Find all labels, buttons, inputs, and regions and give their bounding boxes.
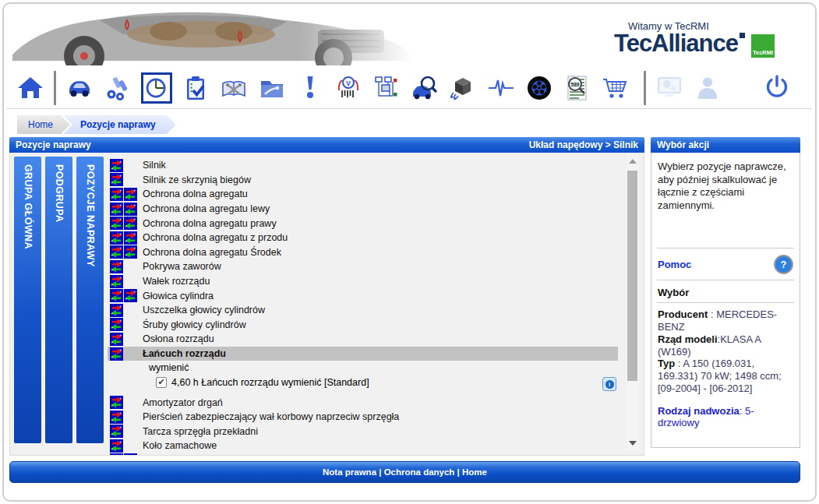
list-item[interactable]: ++++Ochrona dolna agregatu z przodu xyxy=(108,231,618,245)
home-icon[interactable] xyxy=(16,72,45,104)
diagnostics-signal-icon[interactable] xyxy=(486,72,516,104)
engine-pistons-icon[interactable] xyxy=(103,72,132,104)
scrollbar-up-icon[interactable] xyxy=(629,159,637,164)
selection-title: Wybór xyxy=(658,287,793,298)
item-label: Głowica cylindra xyxy=(143,291,214,301)
svg-text:+: + xyxy=(125,253,127,257)
breadcrumb-item-current[interactable]: Pozycje naprawy xyxy=(63,115,176,134)
tyres-wheels-icon[interactable] xyxy=(524,72,554,104)
list-item[interactable]: ++Pierścień zabezpieczający wał korbowy … xyxy=(108,410,618,425)
list-item[interactable]: ++++Miska olejowa xyxy=(108,453,618,456)
brand-trademark-dot xyxy=(740,33,745,38)
list-item[interactable]: ++Koło zamachowe xyxy=(108,439,618,453)
list-item[interactable]: ++Amortyzator drgań xyxy=(108,395,618,410)
item-label: Śruby głowicy cylindrów xyxy=(143,319,246,330)
relay-components-icon[interactable] xyxy=(448,72,478,104)
item-label: Pokrywa zaworów xyxy=(143,261,221,272)
list-item[interactable]: ++++Ochrona dolna agregatu Środek xyxy=(108,245,618,260)
replace-icon: ++ xyxy=(124,289,137,302)
svg-text:+: + xyxy=(119,160,122,164)
svg-text:+: + xyxy=(111,326,113,330)
list-item[interactable]: ++Śruby głowicy cylindrów xyxy=(108,318,618,333)
list-item[interactable]: ++Osłona rozrządu xyxy=(108,332,618,347)
list-item[interactable]: ++Wałek rozrządu xyxy=(108,274,618,289)
item-icons: ++++ xyxy=(108,245,143,259)
help-question-icon[interactable]: ? xyxy=(774,255,793,274)
item-label: Ochrona dolna agregatu xyxy=(143,189,248,199)
replace-icon: ++ xyxy=(110,275,123,288)
list-item[interactable]: ++++Ochrona dolna agregatu lewy xyxy=(108,202,618,217)
brand-wordmark: TecAlliance xyxy=(614,31,738,56)
vehicle-field: Rząd modeli:KLASA A (W169) xyxy=(658,333,793,358)
item-label: Ochrona dolna agregatu Środek xyxy=(143,247,281,258)
replace-icon: ++ xyxy=(124,188,137,201)
parts-list-search-icon[interactable]: 589 xyxy=(563,72,592,104)
replace-icon: ++ xyxy=(110,396,123,409)
list-item[interactable]: ++Uszczelka głowicy cylindrów xyxy=(108,303,618,318)
breadcrumb-item-home[interactable]: Home xyxy=(17,115,70,134)
svg-text:+: + xyxy=(119,218,122,222)
scrollbar-down-icon[interactable] xyxy=(629,441,637,446)
list-item[interactable]: ++Łańcuch rozrządu xyxy=(108,347,618,361)
electrics-voltmeter-icon[interactable]: V xyxy=(334,72,363,104)
labor-time-checkbox[interactable]: ✔ xyxy=(156,377,167,388)
help-link[interactable]: Pomoc xyxy=(658,259,691,270)
tab-pozycje-naprawy[interactable]: POZYCJE NAPRAWY xyxy=(76,157,104,443)
shopping-cart-icon[interactable] xyxy=(601,72,630,104)
detail-group-label: wymienić xyxy=(149,362,618,375)
list-item[interactable]: ++Silnik ze skrzynią biegów xyxy=(108,173,618,188)
logout-power-icon[interactable] xyxy=(762,72,792,104)
svg-text:+: + xyxy=(119,261,122,265)
svg-text:+: + xyxy=(125,196,127,199)
list-item[interactable]: ++++Ochrona dolna agregatu xyxy=(108,187,618,202)
svg-text:+: + xyxy=(111,311,113,315)
vehicle-select-icon[interactable] xyxy=(65,72,94,104)
action-panel-title: Wybór akcji xyxy=(657,139,709,150)
svg-text:+: + xyxy=(119,247,122,251)
svg-text:+: + xyxy=(111,238,113,242)
replace-icon: ++ xyxy=(110,245,123,259)
app-window: Witamy w TecRMI TecAlliance TecRMI xyxy=(0,0,819,504)
footer-links[interactable]: Nota prawna | Ochrona danych | Home xyxy=(323,467,487,477)
list-item[interactable]: ++++Ochrona dolna agregatu prawy xyxy=(108,216,618,231)
svg-text:+: + xyxy=(133,455,136,456)
tab-grupa-glowna[interactable]: GRUPA GŁÓWNA xyxy=(14,157,41,443)
system-settings-icon[interactable] xyxy=(655,72,684,104)
body-type-row: Rodzaj nadwozia: 5-drzwiowy xyxy=(658,405,793,428)
replace-icon: ++ xyxy=(124,203,137,216)
user-account-icon[interactable] xyxy=(693,72,722,104)
list-item[interactable]: ++Tarcza sprzęgła przekładni xyxy=(108,425,618,439)
scrollbar-thumb[interactable] xyxy=(627,171,637,381)
info-icon[interactable]: i xyxy=(602,377,616,391)
item-label: Ochrona dolna agregatu z przodu xyxy=(143,232,288,243)
item-label: Miska olejowa xyxy=(143,455,204,456)
svg-text:+: + xyxy=(119,276,122,280)
item-icons: ++++ xyxy=(108,188,143,201)
tab-podgrupa[interactable]: PODGRUPA xyxy=(45,157,72,443)
inspection-checklist-icon[interactable] xyxy=(181,72,210,104)
labor-times-icon[interactable] xyxy=(141,72,172,104)
list-item[interactable]: ++Pokrywa zaworów xyxy=(108,259,618,274)
wiring-diagrams-icon[interactable] xyxy=(372,72,401,104)
repair-manuals-icon[interactable] xyxy=(219,72,249,104)
vehicle-search-icon[interactable] xyxy=(410,72,440,104)
item-icons: ++++ xyxy=(108,231,143,245)
replace-icon: ++ xyxy=(110,318,123,331)
recalls-warning-icon[interactable] xyxy=(295,72,325,104)
item-label: Wałek rozrządu xyxy=(143,276,210,287)
svg-text:+: + xyxy=(119,397,122,401)
svg-text:+: + xyxy=(111,297,113,301)
scrollbar[interactable] xyxy=(627,155,639,450)
toolbar-right-group xyxy=(644,71,803,105)
replace-icon: ++ xyxy=(110,260,123,273)
svg-text:+: + xyxy=(119,440,122,444)
help-row: Pomoc ? xyxy=(658,248,793,280)
svg-text:+: + xyxy=(111,282,113,286)
item-icons: ++ xyxy=(108,275,143,288)
list-item[interactable]: ++++Głowica cylindra xyxy=(108,288,618,303)
item-label: Koło zamachowe xyxy=(143,440,217,451)
maintenance-folder-icon[interactable] xyxy=(257,72,287,104)
item-icons: ++++ xyxy=(108,203,143,216)
item-icons: ++++ xyxy=(108,453,143,456)
list-item[interactable]: ++Silnik xyxy=(108,158,618,173)
